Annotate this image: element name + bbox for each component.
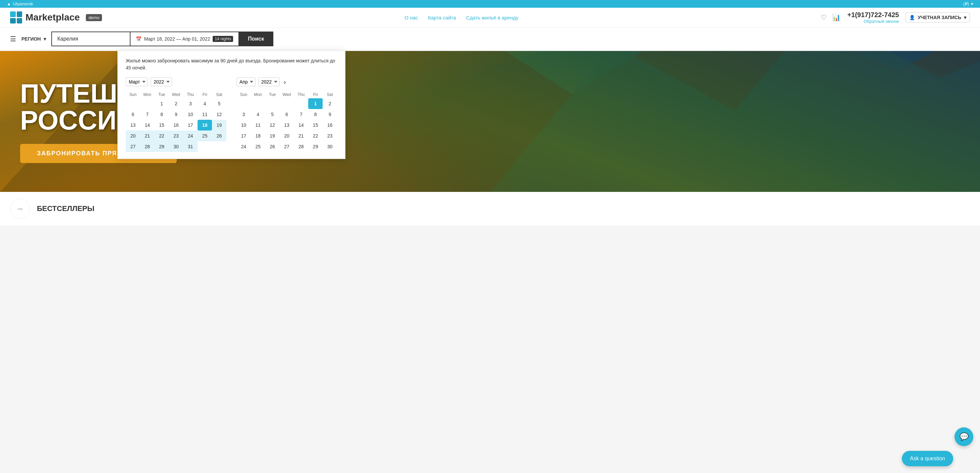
calendar-day[interactable]: 5 — [212, 98, 226, 109]
calendar-day[interactable]: 29 — [154, 141, 169, 152]
hamburger-icon[interactable]: ☰ — [10, 35, 16, 43]
region-label: РЕГИОН — [21, 36, 41, 41]
calendar-day[interactable]: 18 — [197, 120, 212, 131]
calendar-day[interactable]: 25 — [251, 141, 265, 152]
calendar-day[interactable]: 23 — [169, 131, 183, 141]
calendar-day[interactable]: 28 — [140, 141, 154, 152]
callback-link[interactable]: Обратный звонок — [847, 19, 899, 24]
calendar-day[interactable]: 13 — [280, 120, 294, 131]
calendar-day[interactable]: 21 — [140, 131, 154, 141]
location-area: ▲ Ulyanovsk — [7, 2, 33, 6]
date-range-text: Март 18, 2022 — Апр 01, 2022 — [144, 36, 210, 41]
col-fri: Fri — [197, 91, 212, 98]
calendar-day[interactable]: 9 — [169, 109, 183, 120]
calendar-day[interactable]: 13 — [126, 120, 140, 131]
calendar-day[interactable]: 10 — [237, 120, 251, 131]
calendar-day[interactable]: 11 — [251, 120, 265, 131]
header-icons: ♡ 📊 — [821, 13, 840, 21]
calendar-day[interactable]: 17 — [237, 131, 251, 141]
calendar-day[interactable]: 27 — [126, 141, 140, 152]
calendar-day[interactable]: 11 — [197, 109, 212, 120]
calendar-day[interactable]: 15 — [308, 120, 323, 131]
stats-icon[interactable]: 📊 — [832, 13, 840, 21]
calendar-right-grid: Sun Mon Tue Wed Thu Fri Sat 123456789101… — [237, 91, 337, 152]
calendar-day[interactable]: 16 — [169, 120, 183, 131]
calendar-day[interactable]: 14 — [140, 120, 154, 131]
calendar-day[interactable]: 27 — [280, 141, 294, 152]
left-year-select[interactable]: 2022 — [151, 78, 172, 86]
calendar-day[interactable]: 1 — [154, 98, 169, 109]
col-tue-r: Tue — [265, 91, 280, 98]
calendar-day[interactable]: 22 — [154, 131, 169, 141]
calendar-day[interactable]: 18 — [251, 131, 265, 141]
calendar-day[interactable]: 29 — [308, 141, 323, 152]
calendar-day[interactable]: 26 — [265, 141, 280, 152]
calendar-day — [237, 98, 251, 109]
calendar-right-nav: Апр 2022 › — [237, 78, 337, 86]
search-label: Поиск — [248, 36, 264, 41]
account-button[interactable]: 👤 УЧЕТНАЯ ЗАПИСЬ ▾ — [905, 13, 970, 22]
calendar-day[interactable]: 12 — [212, 109, 226, 120]
calendar-day[interactable]: 25 — [197, 131, 212, 141]
calendar-day[interactable]: 3 — [237, 109, 251, 120]
search-button[interactable]: Поиск — [239, 32, 273, 46]
currency-selector[interactable]: (₽) ▾ — [963, 2, 973, 6]
favorites-icon[interactable]: ♡ — [821, 13, 827, 21]
account-arrow: ▾ — [964, 15, 966, 20]
calendar-day[interactable]: 16 — [323, 120, 337, 131]
calendar-day[interactable]: 19 — [265, 131, 280, 141]
calendar-day[interactable]: 2 — [323, 98, 337, 109]
calendar-day — [212, 141, 226, 152]
col-sun: Sun — [126, 91, 140, 98]
location-input[interactable] — [51, 32, 130, 46]
logo-square-4 — [17, 18, 22, 24]
calendar-left-grid: Sun Mon Tue Wed Thu Fri Sat 123456789101… — [126, 91, 226, 152]
calendar-day[interactable]: 17 — [183, 120, 197, 131]
region-button[interactable]: РЕГИОН ▾ — [16, 33, 51, 44]
calendar-day[interactable]: 12 — [265, 120, 280, 131]
calendar-day[interactable]: 1 — [308, 98, 323, 109]
calendar-day — [251, 98, 265, 109]
calendar-day[interactable]: 8 — [308, 109, 323, 120]
calendar-day[interactable]: 28 — [294, 141, 308, 152]
calendar-day[interactable]: 20 — [126, 131, 140, 141]
calendar-day[interactable]: 7 — [294, 109, 308, 120]
calendar-day[interactable]: 26 — [212, 131, 226, 141]
col-wed: Wed — [169, 91, 183, 98]
calendar-day[interactable]: 24 — [183, 131, 197, 141]
calendar-day[interactable]: 20 — [280, 131, 294, 141]
calendar-day[interactable]: 4 — [197, 98, 212, 109]
calendar-day[interactable]: 31 — [183, 141, 197, 152]
calendar-day[interactable]: 5 — [265, 109, 280, 120]
calendar-body: Март 2022 Sun Mon Tue Wed Thu — [126, 78, 337, 152]
calendar-day[interactable]: 6 — [280, 109, 294, 120]
calendar-day[interactable]: 21 — [294, 131, 308, 141]
search-bar: ☰ РЕГИОН ▾ 📅 Март 18, 2022 — Апр 01, 202… — [0, 27, 980, 51]
calendar-day[interactable]: 23 — [323, 131, 337, 141]
calendar-day[interactable]: 4 — [251, 109, 265, 120]
calendar-day[interactable]: 2 — [169, 98, 183, 109]
calendar-day[interactable]: 19 — [212, 120, 226, 131]
calendar-day[interactable]: 15 — [154, 120, 169, 131]
header-nav: О нас Карта сайта Сдать жильё в аренду — [404, 15, 518, 21]
right-year-select[interactable]: 2022 — [258, 78, 280, 86]
next-month-button[interactable]: › — [282, 78, 288, 86]
calendar-day[interactable]: 6 — [126, 109, 140, 120]
calendar-day[interactable]: 22 — [308, 131, 323, 141]
calendar-day[interactable]: 24 — [237, 141, 251, 152]
date-range-field[interactable]: 📅 Март 18, 2022 — Апр 01, 2022 14 nights — [130, 32, 239, 46]
calendar-day[interactable]: 10 — [183, 109, 197, 120]
calendar-day[interactable]: 9 — [323, 109, 337, 120]
calendar-day[interactable]: 30 — [323, 141, 337, 152]
calendar-day[interactable]: 3 — [183, 98, 197, 109]
nav-rent-out[interactable]: Сдать жильё в аренду — [466, 15, 519, 21]
demo-badge: demo — [86, 14, 102, 21]
calendar-day[interactable]: 7 — [140, 109, 154, 120]
calendar-day[interactable]: 30 — [169, 141, 183, 152]
right-month-select[interactable]: Апр — [237, 78, 256, 86]
nav-sitemap[interactable]: Карта сайта — [428, 15, 456, 21]
nav-about[interactable]: О нас — [404, 15, 418, 21]
calendar-day[interactable]: 14 — [294, 120, 308, 131]
calendar-day[interactable]: 8 — [154, 109, 169, 120]
left-month-select[interactable]: Март — [126, 78, 148, 86]
